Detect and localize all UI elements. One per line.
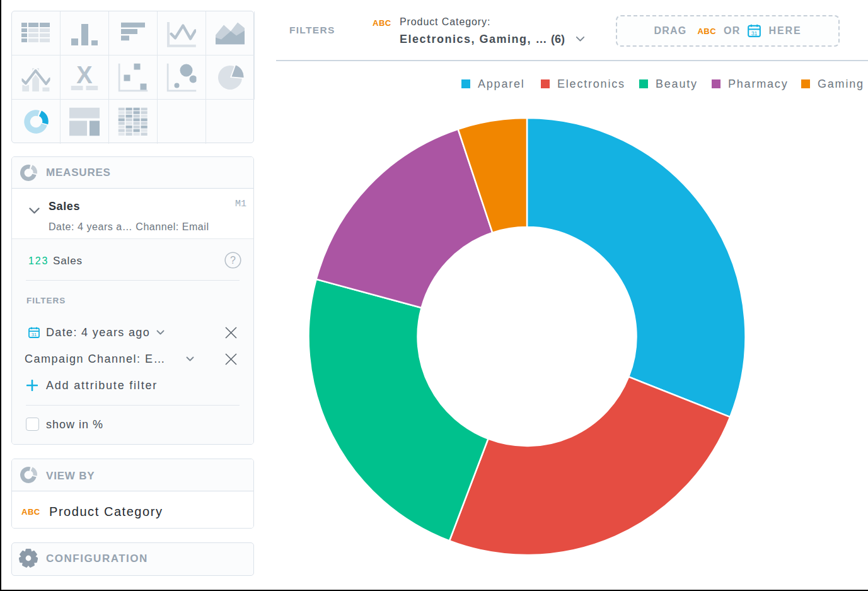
svg-text:?: ?	[230, 255, 236, 266]
svg-text:31: 31	[751, 30, 758, 36]
svg-text:X: X	[76, 65, 93, 88]
svg-text:31: 31	[32, 332, 37, 337]
